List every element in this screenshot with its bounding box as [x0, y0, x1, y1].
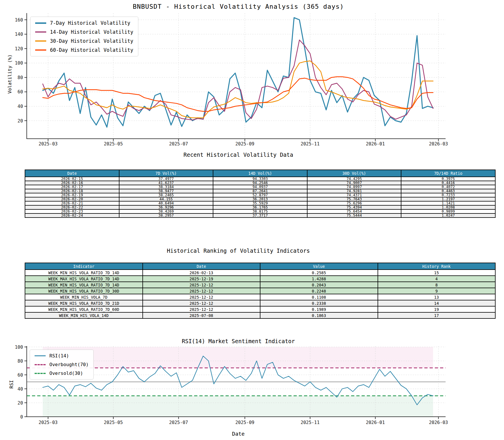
table-cell: 0.3975 [401, 177, 495, 181]
table-cell: 2026-02-22 [25, 205, 119, 209]
legend-swatch-rsi-14 [35, 355, 46, 356]
recent-volatility-table-container: Date7D Vol(%)14D Vol(%)30D Vol(%)7D/14D … [25, 170, 496, 218]
x-tick-label: 2026-03 [429, 420, 448, 425]
table-cell: 2026-02-13 [143, 270, 260, 276]
table-header-row: IndicatorDateValueHistory Rank [25, 263, 495, 270]
ranking-table-container: IndicatorDateValueHistory RankWEEK_MIN_H… [25, 263, 496, 319]
recent-volatility-table: Date7D Vol(%)14D Vol(%)30D Vol(%)7D/14D … [25, 170, 496, 218]
table-cell: 1.0208 [401, 205, 495, 209]
table-cell: 38.9477 [119, 189, 213, 193]
table-cell: WEEK_MIN_HIS_VOLA_RATIO_7D_21D [25, 300, 143, 306]
table-cell: 2026-02-21 [25, 201, 119, 205]
table-cell: 75.4394 [307, 205, 401, 209]
table-cell: 0.4416 [401, 181, 495, 185]
table-cell: 2026-02-19 [25, 193, 119, 197]
y-tick-label: 100 [15, 345, 23, 350]
volatility-dashboard: BNBUSDT - Historical Volatility Analysis… [0, 0, 504, 440]
table-cell: 2025-12-12 [143, 294, 260, 300]
y-tick-label: 40 [17, 386, 23, 392]
table-cell: 75.7643 [307, 197, 401, 201]
table-cell: 1.0247 [401, 213, 495, 218]
y-tick-label: 160 [15, 17, 23, 23]
table-row: WEEK_MIN_HIS_VOLA_RATIO_7D_30D2025-12-12… [25, 288, 495, 294]
table-row: 2026-02-1938.246552.879774.43710.7233 [25, 193, 495, 197]
legend-swatch-7-day-historical-volatility [35, 22, 46, 24]
table-cell: 44.155 [119, 197, 213, 201]
column-header-14d-vol: 14D Vol(%) [213, 170, 307, 177]
table-cell: 87.2641 [213, 189, 307, 193]
table-cell: 1.1421 [401, 201, 495, 205]
legend-entry: RSI(14) [35, 353, 89, 359]
table-cell: 40.6494 [119, 201, 213, 205]
legend-entry: 60-Day Historical Volatility [35, 47, 133, 53]
y-tick-label: 60 [17, 373, 23, 378]
table-cell: 74.9281 [307, 189, 401, 193]
column-header-30d-vol: 30D Vol(%) [307, 170, 401, 177]
table-cell: 38.3184 [119, 185, 213, 189]
table-cell: 15 [378, 270, 496, 276]
x-tick-label: 2026-03 [429, 141, 448, 147]
table-row: 2026-02-1738.318494.093774.89970.4072 [25, 185, 495, 189]
series-line-30-day-historical-volatility [43, 61, 433, 118]
table-cell: 75.6296 [307, 201, 401, 205]
volatility-chart-legend: 7-Day Historical Volatility14-Day Histor… [30, 17, 138, 56]
table-cell: 0.9899 [401, 209, 495, 213]
volatility-y-axis-label: Volatility (%) [7, 54, 12, 94]
table-cell: 38.4269 [119, 209, 213, 213]
table-cell: 94.2546 [213, 181, 307, 185]
table-cell: 94.3303 [213, 177, 307, 181]
table-cell: 19 [378, 306, 496, 312]
table-cell: 38.2957 [119, 213, 213, 218]
ranking-table-title: Historical Ranking of Volatility Indicat… [0, 247, 477, 254]
table-cell: 1.4288 [260, 276, 378, 282]
y-tick-label: 20 [17, 400, 23, 406]
table-cell: 74.9007 [307, 181, 401, 185]
column-header-date: Date [143, 263, 260, 270]
column-header-7d-14d-ratio: 7D/14D Ratio [401, 170, 495, 177]
rsi-chart-legend: RSI(14)Overbought(70)Oversold(30) [30, 350, 94, 380]
legend-label: 30-Day Historical Volatility [50, 38, 133, 44]
table-cell: 36.9296 [119, 205, 213, 209]
table-row: 2026-02-1537.497794.330374.42950.3975 [25, 177, 495, 181]
table-cell: WEEK_MIN_HIS_VOLA_RATIO_7D_60D [25, 306, 143, 312]
table-row: 2026-02-2338.426938.817575.64540.9899 [25, 209, 495, 213]
legend-label: Overbought(70) [49, 362, 89, 367]
table-row: WEEK_MIN_HIS_VOLA_RATIO_7D_14D2026-02-13… [25, 270, 495, 276]
column-header-value: Value [260, 263, 378, 270]
table-header-row: Date7D Vol(%)14D Vol(%)30D Vol(%)7D/14D … [25, 170, 495, 177]
shaded-band [43, 396, 433, 417]
table-cell: 0.1863 [260, 312, 378, 318]
y-tick-label: 80 [17, 75, 23, 80]
recent-table-title: Recent Historical Volatility Data [0, 152, 477, 158]
y-tick-label: 60 [17, 89, 23, 95]
table-cell: 37.4977 [119, 177, 213, 181]
table-cell: 38.2465 [119, 193, 213, 197]
table-cell: 2025-12-12 [143, 300, 260, 306]
legend-entry: Overbought(70) [35, 362, 89, 367]
y-tick-label: 20 [17, 118, 23, 124]
legend-swatch-30-day-historical-volatility [35, 40, 46, 42]
table-row: WEEK_MIN_HIS_VOLA_RATIO_7D_21D2025-12-12… [25, 300, 495, 306]
table-cell: 38.8175 [213, 209, 307, 213]
table-cell: 75.5444 [307, 213, 401, 218]
table-row: WEEK_MIN_HIS_VOLA_7D2025-12-120.110813 [25, 294, 495, 300]
table-row: 2026-02-2044.15536.201375.76431.2197 [25, 197, 495, 201]
table-cell: WEEK_MIN_HIS_VOLA_RATIO_7D_30D [25, 288, 143, 294]
table-cell: 2025-12-12 [143, 288, 260, 294]
table-cell: 2026-02-20 [25, 197, 119, 201]
table-cell: 13 [378, 294, 496, 300]
table-cell: 36.2013 [213, 197, 307, 201]
legend-entry: 14-Day Historical Volatility [35, 29, 133, 35]
table-cell: 74.4371 [307, 193, 401, 197]
y-tick-label: 120 [15, 46, 23, 51]
table-cell: 8 [378, 282, 496, 288]
legend-swatch-oversold-30 [35, 373, 46, 374]
table-row: 2026-02-2236.929636.176575.43941.0208 [25, 205, 495, 209]
legend-swatch-14-day-historical-volatility [35, 31, 46, 33]
legend-entry: Oversold(30) [35, 370, 89, 376]
table-cell: WEEK_MIN_HIS_VOLA_RATIO_7D_14D [25, 282, 143, 288]
table-cell: 37.3717 [213, 213, 307, 218]
table-cell: 2026-02-17 [25, 185, 119, 189]
table-cell: 2025-07-08 [143, 312, 260, 318]
column-header-date: Date [25, 170, 119, 177]
